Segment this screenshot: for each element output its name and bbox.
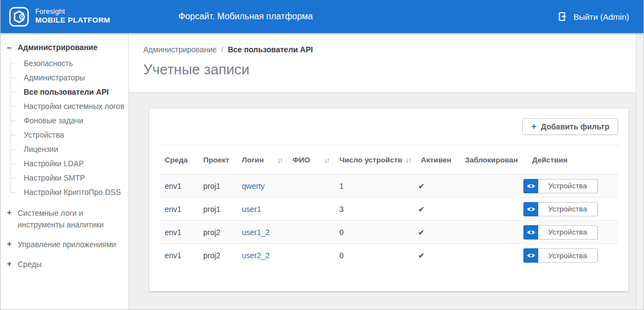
- main-content: Администрирование / Все пользователи API…: [129, 33, 637, 310]
- table-row: env1 proj1 qwerty 1 ✔ Устройства: [160, 175, 618, 198]
- column-header-device-count: Число устройств↓↑: [334, 156, 416, 164]
- sidebar-root-label: Администрирование: [18, 43, 98, 52]
- column-header-env: Среда: [160, 156, 198, 164]
- breadcrumb-separator: /: [221, 45, 224, 54]
- column-header-blocked: Заблокирован: [460, 156, 523, 164]
- filter-bar: + Добавить фильтр: [160, 108, 618, 145]
- devices-button-label: Устройства: [538, 202, 598, 216]
- minus-icon[interactable]: −: [6, 43, 13, 53]
- devices-button-label: Устройства: [538, 179, 598, 193]
- cell-project: proj2: [198, 228, 237, 237]
- sidebar-item-licenses[interactable]: Лицензии: [24, 142, 124, 156]
- eye-icon[interactable]: [523, 225, 538, 240]
- cell-devices: 3: [334, 205, 416, 214]
- breadcrumb-parent[interactable]: Администрирование: [143, 45, 217, 54]
- active-check-icon: ✔: [416, 251, 460, 260]
- devices-action-button[interactable]: Устройства: [523, 225, 598, 240]
- sidebar-item-administration[interactable]: − Администрирование: [6, 43, 124, 53]
- logo-line1: Foresight: [35, 8, 110, 17]
- plus-icon[interactable]: +: [6, 259, 13, 269]
- logout-icon: [558, 12, 568, 21]
- column-header-actions: Действия: [523, 156, 618, 164]
- foresight-logo-icon: [9, 7, 29, 27]
- app-title: Форсайт. Мобильная платформа: [178, 0, 313, 33]
- sidebar-item-cryptopro-dss-settings[interactable]: Настройки КриптоПро DSS: [24, 185, 124, 199]
- accounts-card: + Добавить фильтр Среда Проект Логин↓↑ Ф…: [149, 108, 629, 291]
- column-header-active: Активен: [416, 156, 460, 164]
- app-header: Foresight MOBILE PLATFORM Форсайт. Мобил…: [1, 0, 643, 33]
- scrollbar[interactable]: [636, 33, 643, 310]
- sort-icon[interactable]: ↓↑: [405, 156, 416, 164]
- devices-action-button[interactable]: Устройства: [523, 202, 598, 216]
- sidebar-item-administrators[interactable]: Администраторы: [24, 70, 124, 85]
- cell-env: env1: [160, 228, 198, 237]
- sort-icon[interactable]: ↓↑: [277, 156, 288, 164]
- cell-project: proj1: [198, 205, 237, 214]
- logo[interactable]: Foresight MOBILE PLATFORM: [1, 7, 110, 27]
- active-check-icon: ✔: [416, 228, 460, 237]
- logo-text: Foresight MOBILE PLATFORM: [35, 8, 110, 26]
- cell-devices: 0: [334, 251, 416, 260]
- cell-env: env1: [160, 205, 198, 214]
- login-link[interactable]: user1: [242, 205, 261, 214]
- cell-project: proj2: [198, 251, 237, 260]
- page-header: Администрирование / Все пользователи API…: [129, 33, 637, 93]
- plus-icon: +: [531, 122, 536, 132]
- accounts-table: Среда Проект Логин↓↑ ФИО↓↑ Число устройс…: [160, 145, 618, 267]
- sidebar-item-devices[interactable]: Устройства: [24, 128, 124, 142]
- sidebar-item-system-logs-analytics[interactable]: + Системные логи и инструменты аналитики: [6, 208, 124, 231]
- cell-env: env1: [160, 251, 198, 260]
- breadcrumb-current: Все пользователи API: [228, 45, 312, 54]
- sidebar-children: Безопасность Администраторы Все пользова…: [6, 56, 124, 199]
- cell-env: env1: [160, 182, 198, 191]
- sidebar-item-environments[interactable]: + Среды: [6, 259, 124, 270]
- active-check-icon: ✔: [416, 182, 460, 191]
- logout-button[interactable]: Выйти (Admin): [558, 0, 629, 33]
- column-header-project: Проект: [198, 156, 237, 164]
- plus-icon[interactable]: +: [6, 239, 13, 249]
- logo-line2: MOBILE PLATFORM: [35, 16, 110, 25]
- devices-action-button[interactable]: Устройства: [523, 248, 598, 263]
- plus-icon[interactable]: +: [6, 208, 13, 217]
- cell-devices: 1: [334, 182, 416, 191]
- login-link[interactable]: user1_2: [242, 228, 270, 237]
- sidebar-item-all-api-users[interactable]: Все пользователи API: [24, 85, 124, 99]
- table-row: env1 proj1 user1 3 ✔ Устройства: [160, 198, 618, 221]
- devices-button-label: Устройства: [538, 225, 598, 240]
- column-header-fio: ФИО↓↑: [288, 156, 334, 164]
- table-row: env1 proj2 user2_2 0 ✔ Устройства: [160, 244, 618, 267]
- login-link[interactable]: qwerty: [242, 182, 264, 191]
- sidebar: − Администрирование Безопасность Админис…: [1, 33, 129, 310]
- sidebar-item-security[interactable]: Безопасность: [24, 56, 124, 70]
- eye-icon[interactable]: [523, 248, 538, 263]
- active-check-icon: ✔: [416, 205, 460, 214]
- sidebar-item-app-management[interactable]: + Управление приложениями: [6, 239, 124, 251]
- eye-icon[interactable]: [523, 202, 538, 216]
- sidebar-item-smtp-settings[interactable]: Настройки SMTP: [24, 171, 124, 185]
- sort-icon[interactable]: ↓↑: [324, 156, 334, 164]
- table-header-row: Среда Проект Логин↓↑ ФИО↓↑ Число устройс…: [160, 145, 618, 175]
- cell-project: proj1: [198, 182, 237, 191]
- app-window: Foresight MOBILE PLATFORM Форсайт. Мобил…: [0, 0, 644, 310]
- devices-button-label: Устройства: [538, 248, 598, 263]
- sidebar-item-ldap-settings[interactable]: Настройки LDAP: [24, 156, 124, 171]
- sidebar-item-system-log-settings[interactable]: Настройки системных логов: [24, 99, 124, 113]
- devices-action-button[interactable]: Устройства: [523, 179, 598, 193]
- page-title: Учетные записи: [143, 61, 637, 78]
- sidebar-item-background-tasks[interactable]: Фоновые задачи: [24, 113, 124, 128]
- add-filter-button[interactable]: + Добавить фильтр: [522, 118, 618, 135]
- cell-devices: 0: [334, 228, 416, 237]
- column-header-login: Логин↓↑: [237, 156, 288, 164]
- add-filter-label: Добавить фильтр: [541, 122, 609, 131]
- login-link[interactable]: user2_2: [242, 251, 270, 260]
- breadcrumb: Администрирование / Все пользователи API: [143, 45, 637, 54]
- eye-icon[interactable]: [523, 179, 538, 193]
- table-row: env1 proj2 user1_2 0 ✔ Устройства: [160, 221, 618, 244]
- logout-label: Выйти (Admin): [573, 12, 629, 21]
